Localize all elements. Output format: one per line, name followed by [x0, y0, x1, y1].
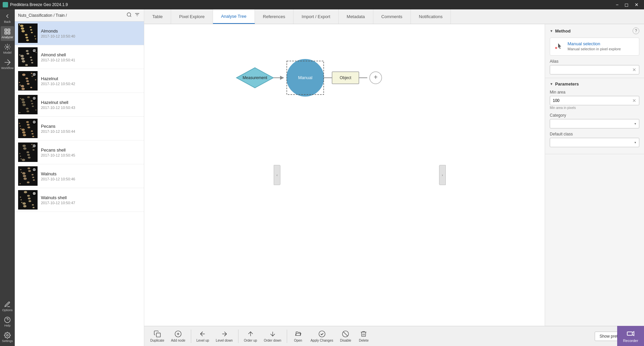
svg-rect-2 [5, 32, 7, 34]
tab-pixel-explore[interactable]: Pixel Explore [171, 9, 213, 24]
list-item[interactable]: Pecans 2017-10-12 10:50:44 [15, 117, 144, 140]
svg-point-46 [25, 77, 28, 79]
svg-point-13 [35, 39, 36, 40]
default-class-select[interactable] [550, 138, 639, 147]
method-icon [553, 41, 564, 52]
svg-point-51 [32, 106, 34, 107]
svg-point-123 [555, 47, 557, 49]
item-date: 2017-10-12 10:50:43 [41, 106, 141, 110]
tab-references[interactable]: References [255, 9, 293, 24]
svg-point-20 [20, 25, 23, 27]
list-item[interactable]: Walnuts shell 2017-10-12 10:50:47 [15, 188, 144, 212]
svg-point-110 [20, 199, 22, 200]
list-item[interactable]: Almond shell 2017-10-12 10:50:41 [15, 45, 144, 69]
method-name: Manual selection [568, 41, 636, 46]
alias-clear-button[interactable]: ✕ [632, 67, 636, 72]
svg-point-6 [7, 335, 8, 336]
tab-notifications[interactable]: Notifications [411, 9, 451, 24]
method-card[interactable]: Manual selection Manual selection in pix… [550, 38, 639, 56]
tab-metadata[interactable]: Metadata [339, 9, 373, 24]
svg-point-73 [31, 130, 33, 132]
svg-point-99 [23, 175, 26, 177]
add-node-button[interactable]: Add node [168, 329, 188, 344]
svg-point-24 [26, 53, 29, 55]
duplicate-button[interactable]: Duplicate [148, 329, 167, 344]
sidebar-item-options[interactable]: Options [1, 299, 14, 314]
collapse-right-arrow[interactable]: › [439, 165, 446, 185]
tab-import-export[interactable]: Import / Export [293, 9, 338, 24]
default-class-label: Default class [550, 132, 639, 136]
svg-point-111 [33, 207, 35, 208]
alias-input[interactable] [553, 67, 632, 72]
maximize-button[interactable]: ◻ [622, 1, 631, 8]
svg-text:Object: Object [340, 75, 352, 80]
svg-point-18 [30, 26, 32, 28]
item-thumbnail [18, 142, 38, 162]
disable-button[interactable]: Disable [337, 329, 354, 344]
list-item[interactable]: Pecans shell 2017-10-12 10:50:45 [15, 140, 144, 164]
sidebar: Back Analyzer Model Workflow [0, 9, 15, 346]
method-desc: Manual selection in pixel explore [568, 47, 636, 51]
svg-point-38 [27, 83, 30, 85]
alias-input-wrapper: ✕ [550, 65, 639, 74]
svg-point-116 [27, 195, 30, 197]
svg-point-39 [22, 74, 25, 76]
sort-button[interactable] [134, 11, 141, 19]
list-item[interactable]: Almonds 2017-10-12 10:50:40 [15, 21, 144, 45]
open-button[interactable]: Open [290, 329, 307, 344]
sidebar-item-help[interactable]: Help [1, 314, 14, 329]
svg-point-54 [19, 112, 20, 113]
sidebar-item-analyzer[interactable]: Analyzer [1, 26, 14, 41]
svg-point-4 [7, 46, 8, 48]
tab-bar: Table Pixel Explore Analyse Tree Referen… [144, 9, 644, 24]
item-thumbnail [18, 23, 38, 43]
delete-button[interactable]: Delete [355, 329, 372, 344]
tab-comments[interactable]: Comments [373, 9, 411, 24]
svg-point-12 [21, 30, 25, 33]
tab-analyse-tree[interactable]: Analyse Tree [213, 9, 255, 24]
list-header: Nuts_Classification / Train / [15, 9, 144, 21]
apply-changes-button[interactable]: Apply Changes [308, 329, 336, 344]
parameters-chevron: ▼ [550, 82, 553, 86]
list-item[interactable]: Hazelnut shell 2017-10-12 10:50:43 [15, 93, 144, 117]
order-up-button[interactable]: Order up [241, 329, 260, 344]
sidebar-item-workflow[interactable]: Workflow [1, 57, 14, 72]
svg-point-103 [22, 172, 25, 175]
level-down-button[interactable]: Level down [213, 329, 235, 344]
order-down-button[interactable]: Order down [261, 329, 284, 344]
sidebar-item-model[interactable]: Model [1, 42, 14, 56]
svg-point-97 [32, 177, 34, 178]
collapse-left-arrow[interactable]: ‹ [274, 165, 280, 185]
svg-point-61 [21, 99, 24, 101]
list-item[interactable]: Hazelnut 2017-10-12 10:50:42 [15, 69, 144, 93]
min-area-label: Min area [550, 90, 639, 95]
min-area-input[interactable] [553, 98, 632, 103]
recorder-button[interactable]: Recorder [617, 326, 644, 346]
svg-point-100 [19, 183, 21, 184]
minimize-button[interactable]: − [613, 1, 621, 8]
item-date: 2017-10-12 10:50:46 [41, 177, 141, 181]
level-up-button[interactable]: Level up [194, 329, 212, 344]
tab-table[interactable]: Table [144, 9, 171, 24]
item-name: Hazelnut shell [41, 100, 141, 105]
method-info-button[interactable]: ? [633, 27, 639, 34]
canvas-area[interactable]: ‹ Measurement Manual [144, 24, 545, 326]
sidebar-item-back[interactable]: Back [1, 11, 14, 25]
min-area-clear-button[interactable]: ✕ [632, 98, 636, 103]
list-item[interactable]: Walnuts 2017-10-12 10:50:46 [15, 164, 144, 188]
sidebar-item-settings[interactable]: Settings [1, 330, 14, 345]
close-button[interactable]: ✕ [632, 1, 641, 8]
svg-point-86 [19, 153, 20, 154]
category-select[interactable] [550, 119, 639, 128]
search-button[interactable] [126, 11, 132, 19]
svg-text:Measurement: Measurement [243, 75, 267, 80]
parameters-section: ▼ Parameters Min area ✕ Min area in pixe… [545, 78, 644, 154]
item-date: 2017-10-12 10:50:47 [41, 201, 141, 205]
svg-point-72 [19, 123, 20, 124]
item-name: Hazelnut [41, 76, 141, 81]
item-thumbnail [18, 119, 38, 138]
svg-point-79 [33, 149, 35, 151]
item-name: Pecans [41, 124, 141, 129]
svg-point-65 [32, 136, 34, 137]
svg-point-69 [32, 133, 34, 134]
